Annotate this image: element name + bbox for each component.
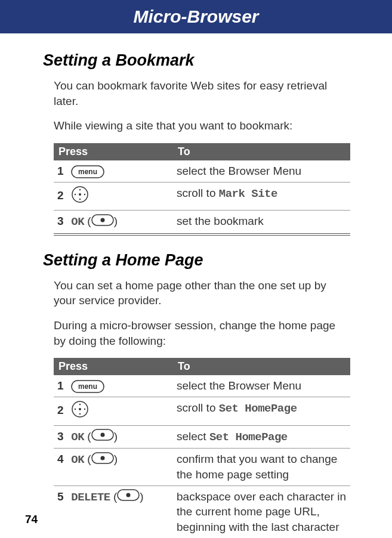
step-number: 2 [57,403,68,418]
ok-label: OK [71,431,84,444]
to-text: select the Browser Menu [177,379,301,392]
svg-point-3 [79,193,81,196]
press-cell: 5 DELETE () [54,486,173,538]
svg-point-14 [79,404,81,405]
to-cell: scroll to Set HomePage [173,397,350,426]
press-cell: 3 OK () [54,425,173,449]
section2-p1: You can set a home page other than the o… [54,278,350,308]
svg-point-6 [75,193,76,194]
to-cell: backspace over each character in the cur… [173,486,350,538]
col-press: Press [54,358,173,375]
page-number: 74 [25,513,38,526]
step-number: 5 [57,489,68,505]
svg-point-13 [79,408,81,410]
table-row: 1 menuselect the Browser Menu [54,375,350,397]
press-cell: 4 OK () [54,449,173,486]
svg-text:menu: menu [78,382,97,391]
step-number: 4 [57,452,68,467]
table-row: 4 OK ()confirm that you want to change t… [54,449,350,486]
ok-label: OK [71,453,84,466]
to-cell: select Set HomePage [173,425,350,449]
step-number: 3 [57,214,68,229]
svg-point-19 [100,433,104,437]
ok-label: OK [71,215,84,228]
col-to: To [173,358,350,375]
svg-point-23 [126,493,131,497]
table-row: 3 OK ()set the bookmark [54,211,350,234]
nav-button-icon [71,185,89,208]
svg-point-5 [79,198,81,199]
section2-title: Setting a Home Page [43,251,350,270]
to-text: confirm that you want to change the home… [177,453,337,481]
svg-text:menu: menu [78,168,97,176]
to-text: scroll to [177,187,219,199]
select-button-icon [117,489,140,505]
step-number: 1 [57,378,68,394]
table-row: 3 OK ()select Set HomePage [54,425,350,449]
step-number: 1 [57,163,68,179]
to-text: backspace over each character in the cur… [177,490,346,533]
step-number: 3 [57,429,68,444]
col-press: Press [54,143,173,160]
to-key: Set HomePage [209,431,288,444]
svg-point-21 [100,456,104,460]
to-cell: confirm that you want to change the home… [173,449,350,486]
table-row: 2 scroll to Set HomePage [54,397,350,426]
to-text: set the bookmark [177,215,264,227]
to-cell: select the Browser Menu [173,375,350,397]
to-key: Set HomePage [219,402,297,415]
section2-p2: During a micro-browser session, change t… [54,318,350,348]
select-button-icon [91,214,114,230]
menu-button-icon: menu [71,380,104,393]
header-bar: Micro-Browser [0,0,392,33]
to-cell: set the bookmark [173,211,350,234]
section1-table: Press To 1 menuselect the Browser Menu2 … [54,143,350,236]
select-button-icon [91,452,114,468]
nav-button-icon [71,400,89,422]
menu-button-icon: menu [71,165,104,178]
press-cell: 2 [54,397,173,426]
press-cell: 2 [54,182,173,211]
table-row: 5 DELETE ()backspace over each character… [54,486,350,538]
page-title: Micro-Browser [133,7,258,27]
svg-point-17 [84,409,85,410]
press-cell: 3 OK () [54,211,173,234]
step-number: 2 [57,188,68,203]
section1-p2: While viewing a site that you want to bo… [54,118,350,134]
svg-point-16 [75,409,76,410]
svg-point-9 [100,218,104,222]
press-cell: 1 menu [54,160,173,182]
to-key: Mark Site [219,187,277,200]
to-cell: scroll to Mark Site [173,182,350,211]
svg-point-4 [79,188,81,190]
svg-point-7 [84,193,85,194]
delete-label: DELETE [71,491,110,504]
section2-table: Press To 1 menuselect the Browser Menu2 … [54,358,350,538]
to-text: select the Browser Menu [177,165,301,177]
section1-title: Setting a Bookmark [43,51,350,70]
content-area: Setting a Bookmark You can bookmark favo… [0,33,392,538]
to-text: select [177,430,209,443]
to-cell: select the Browser Menu [173,160,350,182]
press-cell: 1 menu [54,375,173,397]
col-to: To [173,143,350,160]
svg-point-15 [79,413,81,415]
table-row: 1 menuselect the Browser Menu [54,160,350,182]
table-row: 2 scroll to Mark Site [54,182,350,211]
select-button-icon [91,429,114,445]
to-text: scroll to [177,401,219,414]
section1-p1: You can bookmark favorite Web sites for … [54,78,350,109]
